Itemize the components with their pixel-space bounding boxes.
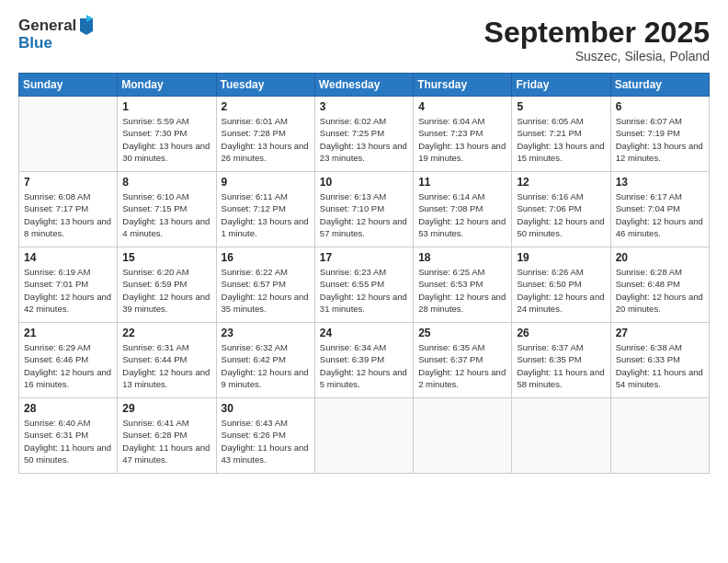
calendar-cell: 8 Sunrise: 6:10 AMSunset: 7:15 PMDayligh… [118,172,216,247]
day-info: Sunrise: 6:37 AMSunset: 6:35 PMDaylight:… [517,342,604,389]
location: Suszec, Silesia, Poland [484,49,710,63]
day-info: Sunrise: 6:10 AMSunset: 7:15 PMDaylight:… [122,191,210,238]
calendar-cell: 29 Sunrise: 6:41 AMSunset: 6:28 PMDaylig… [118,398,216,474]
calendar-cell: 26 Sunrise: 6:37 AMSunset: 6:35 PMDaylig… [512,323,610,398]
day-number: 24 [320,327,408,339]
calendar-cell: 28 Sunrise: 6:40 AMSunset: 6:31 PMDaylig… [19,398,118,474]
day-info: Sunrise: 6:31 AMSunset: 6:44 PMDaylight:… [122,342,210,389]
day-info: Sunrise: 6:41 AMSunset: 6:28 PMDaylight:… [122,418,210,465]
day-number: 8 [122,176,210,189]
day-info: Sunrise: 6:20 AMSunset: 6:59 PMDaylight:… [122,267,210,314]
day-number: 14 [24,251,112,264]
calendar-cell [314,398,413,474]
day-number: 3 [320,100,408,113]
day-number: 26 [517,327,605,339]
weekday-header: Sunday [19,74,118,97]
day-number: 16 [222,251,310,264]
calendar-cell: 25 Sunrise: 6:35 AMSunset: 6:37 PMDaylig… [414,323,512,398]
calendar-cell: 17 Sunrise: 6:23 AMSunset: 6:55 PMDaylig… [314,247,413,323]
calendar-cell: 13 Sunrise: 6:17 AMSunset: 7:04 PMDaylig… [610,172,709,247]
day-number: 1 [122,100,210,113]
calendar-cell: 10 Sunrise: 6:13 AMSunset: 7:10 PMDaylig… [314,172,413,247]
weekday-header: Thursday [414,74,512,97]
day-number: 20 [616,251,704,264]
calendar-week-row: 21 Sunrise: 6:29 AMSunset: 6:46 PMDaylig… [19,323,710,398]
day-number: 28 [24,402,112,415]
calendar-cell: 20 Sunrise: 6:28 AMSunset: 6:48 PMDaylig… [610,247,709,323]
day-info: Sunrise: 6:08 AMSunset: 7:17 PMDaylight:… [24,191,111,238]
calendar-cell: 23 Sunrise: 6:32 AMSunset: 6:42 PMDaylig… [216,323,314,398]
day-number: 18 [418,251,506,264]
calendar-header-row: SundayMondayTuesdayWednesdayThursdayFrid… [19,74,710,97]
month-title: September 2025 [484,17,710,49]
day-info: Sunrise: 6:23 AMSunset: 6:55 PMDaylight:… [320,267,407,314]
calendar-cell [414,398,512,474]
title-block: September 2025 Suszec, Silesia, Poland [484,17,710,63]
header: General Blue September 2025 Suszec, Sile… [18,17,710,63]
day-info: Sunrise: 6:04 AMSunset: 7:23 PMDaylight:… [418,116,506,163]
day-info: Sunrise: 6:17 AMSunset: 7:04 PMDaylight:… [616,191,703,238]
calendar-cell: 19 Sunrise: 6:26 AMSunset: 6:50 PMDaylig… [512,247,610,323]
calendar-cell: 24 Sunrise: 6:34 AMSunset: 6:39 PMDaylig… [314,323,413,398]
day-info: Sunrise: 6:26 AMSunset: 6:50 PMDaylight:… [517,267,604,314]
day-info: Sunrise: 6:16 AMSunset: 7:06 PMDaylight:… [517,191,604,238]
day-number: 17 [320,251,408,264]
logo-blue-text: Blue [18,35,95,52]
calendar-week-row: 1 Sunrise: 5:59 AMSunset: 7:30 PMDayligh… [19,97,710,172]
day-info: Sunrise: 6:38 AMSunset: 6:33 PMDaylight:… [616,342,703,389]
day-number: 9 [222,176,310,189]
day-info: Sunrise: 6:40 AMSunset: 6:31 PMDaylight:… [24,418,111,465]
calendar-cell: 12 Sunrise: 6:16 AMSunset: 7:06 PMDaylig… [512,172,610,247]
page: General Blue September 2025 Suszec, Sile… [0,0,728,563]
calendar-cell: 6 Sunrise: 6:07 AMSunset: 7:19 PMDayligh… [610,97,709,172]
day-number: 23 [222,327,310,339]
logo-general-text: General [18,17,76,35]
day-info: Sunrise: 6:19 AMSunset: 7:01 PMDaylight:… [24,267,111,314]
calendar-cell: 5 Sunrise: 6:05 AMSunset: 7:21 PMDayligh… [512,97,610,172]
day-number: 27 [616,327,704,339]
day-number: 13 [616,176,704,189]
day-info: Sunrise: 6:35 AMSunset: 6:37 PMDaylight:… [418,342,506,389]
calendar-week-row: 7 Sunrise: 6:08 AMSunset: 7:17 PMDayligh… [19,172,710,247]
day-info: Sunrise: 6:07 AMSunset: 7:19 PMDaylight:… [616,116,703,163]
day-info: Sunrise: 6:11 AMSunset: 7:12 PMDaylight:… [222,191,309,238]
day-info: Sunrise: 6:25 AMSunset: 6:53 PMDaylight:… [418,267,506,314]
day-info: Sunrise: 6:43 AMSunset: 6:26 PMDaylight:… [222,418,309,465]
weekday-header: Wednesday [314,74,413,97]
day-number: 22 [122,327,210,339]
day-info: Sunrise: 6:05 AMSunset: 7:21 PMDaylight:… [517,116,604,163]
day-number: 19 [517,251,605,264]
day-number: 25 [418,327,506,339]
calendar-cell [512,398,610,474]
day-info: Sunrise: 5:59 AMSunset: 7:30 PMDaylight:… [122,116,210,163]
day-info: Sunrise: 6:01 AMSunset: 7:28 PMDaylight:… [222,116,309,163]
calendar-cell: 22 Sunrise: 6:31 AMSunset: 6:44 PMDaylig… [118,323,216,398]
calendar-cell: 18 Sunrise: 6:25 AMSunset: 6:53 PMDaylig… [414,247,512,323]
calendar-cell: 30 Sunrise: 6:43 AMSunset: 6:26 PMDaylig… [216,398,314,474]
day-number: 21 [24,327,112,339]
calendar-cell [19,97,118,172]
day-number: 4 [418,100,506,113]
calendar-cell: 11 Sunrise: 6:14 AMSunset: 7:08 PMDaylig… [414,172,512,247]
logo-icon [78,15,95,35]
calendar-table: SundayMondayTuesdayWednesdayThursdayFrid… [18,73,710,474]
day-info: Sunrise: 6:34 AMSunset: 6:39 PMDaylight:… [320,342,407,389]
day-info: Sunrise: 6:13 AMSunset: 7:10 PMDaylight:… [320,191,407,238]
calendar-cell: 4 Sunrise: 6:04 AMSunset: 7:23 PMDayligh… [414,97,512,172]
calendar-week-row: 14 Sunrise: 6:19 AMSunset: 7:01 PMDaylig… [19,247,710,323]
day-number: 6 [616,100,704,113]
day-number: 15 [122,251,210,264]
logo: General Blue [18,17,95,52]
calendar-cell: 3 Sunrise: 6:02 AMSunset: 7:25 PMDayligh… [314,97,413,172]
day-info: Sunrise: 6:32 AMSunset: 6:42 PMDaylight:… [222,342,309,389]
weekday-header: Friday [512,74,610,97]
calendar-cell: 2 Sunrise: 6:01 AMSunset: 7:28 PMDayligh… [216,97,314,172]
calendar-cell: 27 Sunrise: 6:38 AMSunset: 6:33 PMDaylig… [610,323,709,398]
calendar-cell: 14 Sunrise: 6:19 AMSunset: 7:01 PMDaylig… [19,247,118,323]
day-info: Sunrise: 6:02 AMSunset: 7:25 PMDaylight:… [320,116,407,163]
day-info: Sunrise: 6:29 AMSunset: 6:46 PMDaylight:… [24,342,111,389]
day-info: Sunrise: 6:28 AMSunset: 6:48 PMDaylight:… [616,267,703,314]
day-number: 12 [517,176,605,189]
weekday-header: Tuesday [216,74,314,97]
calendar-cell: 9 Sunrise: 6:11 AMSunset: 7:12 PMDayligh… [216,172,314,247]
